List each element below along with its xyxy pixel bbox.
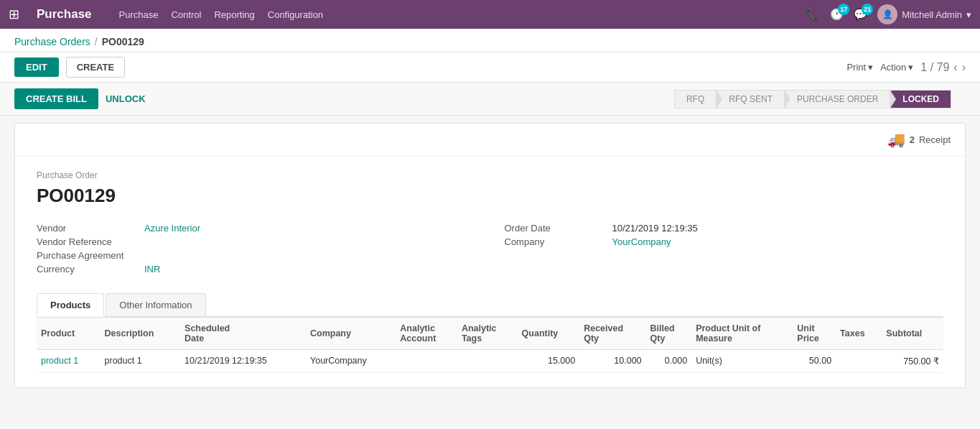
cell-scheduled-date: 10/21/2019 12:19:35 [180, 350, 306, 373]
status-steps: RFQ RFQ SENT PURCHASE ORDER LOCKED [674, 90, 951, 109]
order-label: Purchase Order [37, 170, 943, 180]
create-bill-button[interactable]: CREATE BILL [14, 88, 98, 109]
purchase-agreement-field: Purchase Agreement [37, 249, 476, 262]
col-subtotal: Subtotal [882, 318, 943, 350]
nav-purchase[interactable]: Purchase [119, 9, 159, 20]
edit-button[interactable]: EDIT [14, 57, 59, 77]
vendor-field: Vendor Azure Interior [37, 221, 476, 235]
nav-right: 📞 🕐 17 💬 21 👤 Mitchell Admin ▾ [806, 4, 971, 24]
order-body: Purchase Order PO00129 Vendor Azure Inte… [15, 156, 965, 387]
action-label: Action [880, 62, 906, 73]
vendor-ref-label: Vendor Reference [37, 236, 137, 247]
print-dropdown-icon: ▾ [868, 62, 873, 73]
cell-received-qty: 10.000 [579, 350, 645, 373]
breadcrumb: Purchase Orders / PO00129 [0, 29, 980, 52]
col-product: Product [37, 318, 101, 350]
vendor-value[interactable]: Azure Interior [144, 223, 200, 234]
currency-label: Currency [37, 264, 137, 275]
cell-billed-qty: 0.000 [646, 350, 692, 373]
prev-page-button[interactable]: ‹ [953, 61, 957, 74]
print-button[interactable]: Print ▾ [846, 62, 873, 73]
app-title: Purchase [37, 7, 92, 22]
col-taxes: Taxes [836, 318, 882, 350]
receipt-label: Receipt [919, 134, 951, 145]
cell-taxes [836, 350, 882, 373]
page-info: 1 / 79 [920, 61, 949, 74]
receipt-count: 2 [910, 134, 915, 145]
cell-analytic-tags [457, 350, 518, 373]
col-unit-price: UnitPrice [793, 318, 836, 350]
order-card: 🚚 2 Receipt Purchase Order PO00129 Vendo… [14, 123, 966, 388]
col-company: Company [306, 318, 396, 350]
table-header-row: Product Description ScheduledDate Compan… [37, 318, 943, 350]
company-label: Company [505, 236, 605, 247]
action-bar: EDIT CREATE Print ▾ Action ▾ 1 / 79 ‹ › [0, 52, 980, 83]
top-navigation: ⊞ Purchase Purchase Control Reporting Co… [0, 0, 980, 29]
vendor-ref-field: Vendor Reference [37, 235, 476, 249]
company-field: Company YourCompany [505, 235, 944, 249]
cell-description: product 1 [101, 350, 181, 373]
cell-analytic-account [396, 350, 457, 373]
col-analytic-tags: AnalyticTags [457, 318, 518, 350]
col-uom: Product Unit ofMeasure [691, 318, 793, 350]
cell-quantity: 15.000 [518, 350, 580, 373]
products-table: Product Description ScheduledDate Compan… [37, 317, 943, 373]
fields-grid: Vendor Azure Interior Vendor Reference P… [37, 221, 943, 276]
chat-badge: 21 [862, 4, 873, 15]
nav-control[interactable]: Control [171, 9, 201, 20]
receipt-row: 🚚 2 Receipt [15, 124, 965, 156]
status-bar: CREATE BILL UNLOCK RFQ RFQ SENT PURCHASE… [0, 83, 980, 116]
table-row: product 1 product 1 10/21/2019 12:19:35 … [37, 350, 943, 373]
action-button[interactable]: Action ▾ [880, 62, 913, 73]
order-number: PO00129 [37, 185, 943, 207]
right-fields: Order Date 10/21/2019 12:19:35 Company Y… [505, 221, 944, 276]
next-page-button[interactable]: › [962, 61, 966, 74]
order-date-value: 10/21/2019 12:19:35 [612, 223, 698, 234]
table-body: product 1 product 1 10/21/2019 12:19:35 … [37, 350, 943, 373]
status-purchase-order: PURCHASE ORDER [785, 90, 890, 109]
col-received-qty: ReceivedQty [579, 318, 645, 350]
breadcrumb-parent[interactable]: Purchase Orders [14, 36, 90, 47]
breadcrumb-current: PO00129 [102, 36, 144, 47]
order-date-field: Order Date 10/21/2019 12:19:35 [505, 221, 944, 235]
cell-subtotal: 750.00 ₹ [882, 350, 943, 373]
receipt-button[interactable]: 🚚 2 Receipt [887, 131, 951, 148]
col-billed-qty: BilledQty [646, 318, 692, 350]
clock-badge: 17 [838, 4, 849, 15]
chat-icon[interactable]: 💬 21 [854, 8, 867, 21]
cell-company: YourCompany [306, 350, 396, 373]
currency-field: Currency INR [37, 262, 476, 276]
col-scheduled-date: ScheduledDate [180, 318, 306, 350]
col-quantity: Quantity [518, 318, 580, 350]
currency-value[interactable]: INR [144, 264, 160, 275]
cell-unit-price: 50.00 [793, 350, 836, 373]
unlock-button[interactable]: UNLOCK [106, 93, 146, 104]
order-date-label: Order Date [505, 223, 605, 234]
tabs: Products Other Information [37, 293, 943, 317]
nav-links: Purchase Control Reporting Configuration [119, 9, 793, 20]
page-navigation: 1 / 79 ‹ › [920, 61, 966, 74]
user-name: Mitchell Admin [902, 9, 962, 20]
col-analytic-account: AnalyticAccount [396, 318, 457, 350]
status-rfq-sent: RFQ SENT [717, 90, 785, 109]
purchase-agreement-label: Purchase Agreement [37, 250, 137, 261]
nav-reporting[interactable]: Reporting [214, 9, 254, 20]
user-menu[interactable]: 👤 Mitchell Admin ▾ [877, 4, 971, 24]
tab-products[interactable]: Products [37, 293, 104, 317]
clock-icon[interactable]: 🕐 17 [830, 8, 844, 21]
user-dropdown-icon: ▾ [966, 9, 971, 20]
status-rfq: RFQ [674, 90, 717, 109]
cell-product[interactable]: product 1 [37, 350, 101, 373]
company-value[interactable]: YourCompany [612, 236, 671, 247]
nav-configuration[interactable]: Configuration [268, 9, 323, 20]
col-description: Description [101, 318, 181, 350]
status-locked: LOCKED [890, 90, 951, 109]
main-content: 🚚 2 Receipt Purchase Order PO00129 Vendo… [0, 116, 980, 402]
phone-icon[interactable]: 📞 [806, 8, 820, 22]
tab-other-information[interactable]: Other Information [106, 293, 205, 316]
vendor-label: Vendor [37, 223, 137, 234]
breadcrumb-separator: / [95, 36, 98, 47]
create-button[interactable]: CREATE [66, 57, 125, 78]
cell-uom: Unit(s) [691, 350, 793, 373]
apps-icon[interactable]: ⊞ [9, 6, 19, 22]
